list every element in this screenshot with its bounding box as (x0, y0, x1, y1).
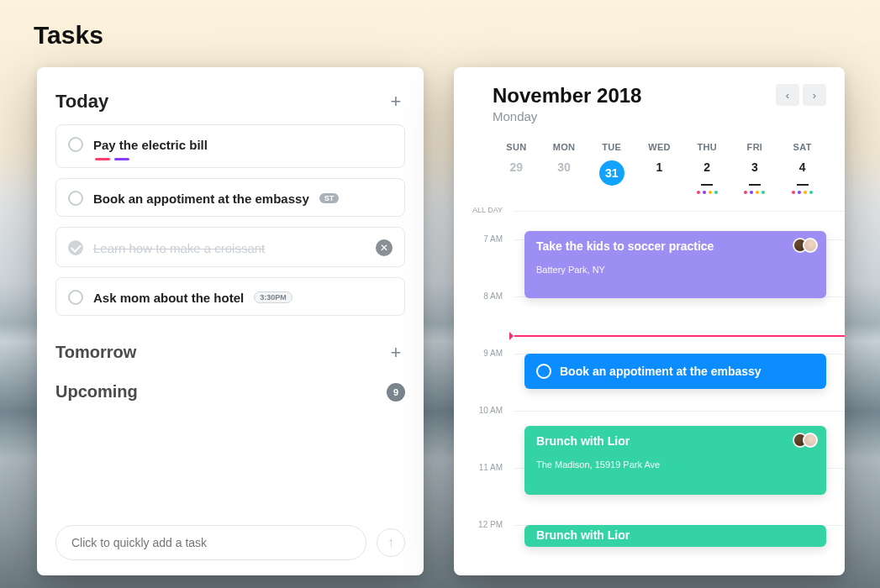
hour-label: 12 PM (464, 520, 508, 529)
upcoming-count-badge: 9 (387, 383, 405, 402)
date-cell-selected[interactable]: 31 (588, 157, 635, 194)
date-cell[interactable]: 4 (778, 157, 826, 194)
calendar-day-subtitle: Monday (493, 109, 641, 123)
task-title: Book an appotiment at the embassy (93, 192, 309, 206)
arrow-up-icon: ↑ (387, 535, 394, 550)
hour-label: 9 AM (464, 349, 508, 358)
weekday-label: SAT (778, 142, 826, 152)
task-item[interactable]: Book an appotiment at the embassy ST (55, 178, 405, 217)
calendar-next-button[interactable]: › (803, 84, 826, 106)
tasks-panel: Today + Pay the electric bill Book an ap… (37, 67, 424, 575)
task-subtask-badge: ST (319, 193, 340, 203)
task-checkbox-checked[interactable] (68, 240, 83, 255)
weekday-label: WED (635, 142, 683, 152)
close-icon: ✕ (380, 242, 388, 254)
task-title: Ask mom about the hotel (93, 291, 244, 305)
event-title: Take the kids to soccer practice (536, 239, 814, 253)
chevron-left-icon: ‹ (786, 89, 789, 102)
task-title: Pay the electric bill (93, 138, 208, 152)
task-checkbox[interactable] (68, 137, 83, 152)
hour-label: 10 AM (464, 406, 508, 415)
hour-label: 8 AM (464, 291, 508, 301)
date-cell[interactable]: 3 (731, 157, 779, 194)
avatar (803, 238, 818, 253)
section-upcoming-title: Upcoming (55, 382, 138, 402)
calendar-panel: November 2018 Monday ‹ › SUN MON TUE WED… (454, 67, 845, 575)
add-task-today-button[interactable]: + (387, 92, 405, 111)
event-location: Battery Park, NY (536, 265, 814, 275)
task-tags (95, 158, 129, 160)
quick-add-input[interactable] (55, 525, 366, 560)
date-cell[interactable]: 30 (540, 157, 588, 194)
task-checkbox[interactable] (68, 191, 83, 206)
weekday-label: THU (683, 142, 731, 152)
event-checkbox[interactable] (536, 364, 551, 379)
chevron-right-icon: › (813, 89, 816, 102)
calendar-event[interactable]: Brunch with Lior The Madison, 15919 Park… (524, 426, 826, 495)
calendar-month-title: November 2018 (493, 84, 641, 108)
weekday-label: MON (540, 142, 588, 152)
weekday-header: SUN MON TUE WED THU FRI SAT (493, 142, 826, 152)
hour-label: 7 AM (464, 234, 508, 244)
event-avatars (798, 238, 818, 253)
plus-icon: + (391, 342, 402, 364)
weekday-label: TUE (588, 142, 635, 152)
event-location: The Madison, 15919 Park Ave (536, 459, 814, 470)
task-item[interactable]: Pay the electric bill (55, 124, 405, 168)
all-day-label: ALL DAY (472, 206, 503, 214)
task-checkbox[interactable] (68, 290, 83, 305)
calendar-day-grid: ALL DAY 7 AM 8 AM 9 AM 10 AM 11 AM 12 PM… (464, 206, 826, 559)
quick-add-submit-button[interactable]: ↑ (377, 528, 405, 557)
weekday-label: FRI (731, 142, 779, 152)
task-title: Learn how to make a croissant (93, 241, 366, 255)
task-item[interactable]: Ask mom about the hotel 3:30PM (55, 277, 405, 316)
weekday-label: SUN (493, 142, 540, 152)
calendar-prev-button[interactable]: ‹ (776, 84, 799, 106)
event-title: Brunch with Lior (536, 434, 814, 448)
task-time-pill: 3:30PM (254, 291, 292, 303)
section-tomorrow-title: Tomorrow (55, 343, 136, 362)
date-cell[interactable]: 29 (493, 157, 540, 194)
event-avatars (798, 433, 818, 448)
date-cell[interactable]: 2 (683, 157, 731, 194)
event-title: Book an appotiment at the embassy (560, 365, 761, 378)
add-task-tomorrow-button[interactable]: + (387, 344, 405, 362)
page-title: Tasks (34, 21, 103, 50)
date-cell[interactable]: 1 (635, 157, 683, 194)
task-item-completed[interactable]: Learn how to make a croissant ✕ (55, 227, 405, 267)
current-time-indicator (514, 335, 845, 337)
calendar-event[interactable]: Take the kids to soccer practice Battery… (524, 231, 826, 298)
section-today-title: Today (55, 91, 108, 113)
avatar (803, 433, 818, 448)
calendar-event[interactable]: Book an appotiment at the embassy (524, 354, 826, 389)
delete-task-button[interactable]: ✕ (376, 239, 393, 256)
hour-label: 11 AM (464, 463, 508, 472)
plus-icon: + (391, 91, 402, 113)
event-title: Brunch with Lior (536, 528, 814, 542)
calendar-event[interactable]: Brunch with Lior (524, 525, 826, 547)
